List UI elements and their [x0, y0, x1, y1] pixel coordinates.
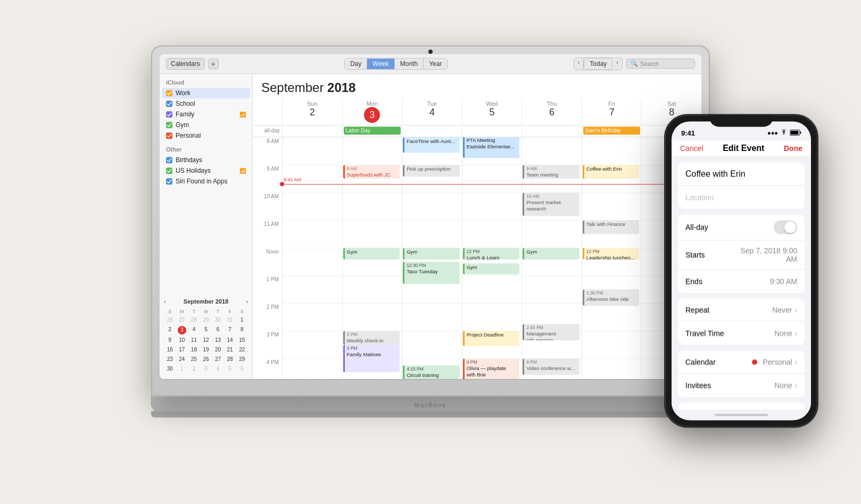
cell-sun-8[interactable] — [282, 137, 342, 165]
alert-row[interactable]: Alert None — [678, 402, 805, 409]
mini-day-7[interactable]: 7 — [224, 325, 236, 335]
travel-row[interactable]: Travel Time None — [678, 322, 805, 345]
holidays-checkbox[interactable] — [166, 167, 172, 174]
cell-mon-11[interactable] — [342, 220, 402, 248]
cell-tue-11[interactable] — [402, 220, 462, 248]
done-button[interactable]: Done — [784, 144, 802, 153]
event-13[interactable]: 9 AMTeam meeting — [523, 165, 579, 179]
mini-day-today[interactable]: 3 — [176, 325, 188, 335]
event-5[interactable]: 4:15 PMCircuit training — [403, 365, 460, 379]
mini-day-29[interactable]: 29 — [200, 315, 212, 325]
mini-day-17[interactable]: 17 — [176, 345, 188, 355]
allday-toggle[interactable] — [774, 220, 797, 234]
cancel-button[interactable]: Cancel — [680, 144, 703, 153]
allday-wed[interactable] — [462, 125, 522, 137]
birthdays-checkbox[interactable] — [166, 157, 172, 163]
sidebar-item-work[interactable]: Work — [162, 88, 250, 98]
mini-today[interactable]: 3 — [178, 326, 186, 334]
mini-day-6[interactable]: 6 — [212, 325, 224, 335]
cell-sun-noon[interactable] — [282, 248, 342, 275]
event-24[interactable]: 3 PMFamily Matinee — [343, 345, 400, 372]
event-title-input[interactable] — [685, 169, 797, 179]
cell-sun-1[interactable] — [282, 275, 342, 303]
tab-month[interactable]: Month — [395, 58, 424, 69]
mini-day-13[interactable]: 13 — [212, 335, 224, 345]
event-3[interactable]: Gym — [403, 248, 460, 259]
tab-day[interactable]: Day — [345, 58, 367, 69]
repeat-row[interactable]: Repeat Never — [678, 298, 805, 322]
event-9[interactable]: Gym — [463, 263, 520, 275]
event-18[interactable]: Coffee with Erin — [583, 165, 640, 179]
cell-fri-3[interactable] — [582, 331, 642, 358]
event-7[interactable]: 7:30 AMPTA MeetingEastside Elementar... — [463, 137, 520, 158]
school-checkbox[interactable] — [166, 100, 172, 107]
work-checkbox[interactable] — [166, 90, 172, 96]
mini-day-28[interactable]: 28 — [188, 315, 200, 325]
sidebar-item-birthdays[interactable]: Birthdays — [160, 155, 252, 165]
mini-day-9[interactable]: 9 — [164, 335, 176, 345]
mini-day-20[interactable]: 20 — [212, 345, 224, 355]
cell-tue-10[interactable] — [402, 192, 462, 220]
cell-wed-9[interactable] — [462, 165, 522, 192]
mini-day-30b[interactable]: 30 — [164, 364, 176, 374]
event-15[interactable]: Gym — [523, 248, 579, 259]
mini-day-3b[interactable]: 3 — [200, 364, 212, 374]
cell-sun-10[interactable] — [282, 192, 342, 220]
allday-mon[interactable]: Labor Day — [342, 125, 402, 137]
cell-fri-10[interactable] — [582, 192, 642, 220]
event-17[interactable]: 4 PMVideo conference w... — [523, 358, 579, 375]
mini-day-29b[interactable]: 29 — [236, 355, 248, 364]
mini-day-4[interactable]: 4 — [188, 325, 200, 335]
mini-day-18[interactable]: 18 — [188, 345, 200, 355]
cell-thu-8[interactable] — [521, 137, 582, 165]
event-21[interactable]: 1:30 PMAfternoon bike ride — [583, 289, 640, 306]
mini-day-2[interactable]: 2 — [164, 325, 176, 335]
cell-tue-3[interactable] — [402, 331, 462, 358]
event-11[interactable]: 4 PMOlivia — playdatewith Brie — [463, 358, 520, 379]
event-19[interactable]: Talk with Finance — [583, 220, 640, 234]
mini-day-25[interactable]: 25 — [188, 355, 200, 364]
mini-day-2b[interactable]: 2 — [188, 364, 200, 374]
mini-day-5b[interactable]: 5 — [224, 364, 236, 374]
cell-fri-2[interactable] — [582, 303, 642, 331]
allday-thu[interactable] — [521, 125, 582, 137]
allday-tue[interactable] — [402, 125, 462, 137]
time-grid-scroll[interactable]: 8 AM 9 AM — [253, 137, 701, 379]
event-0[interactable]: 9 AMSuperfoods with JC — [343, 165, 400, 179]
mini-day-1b[interactable]: 1 — [176, 364, 188, 374]
mini-day-26[interactable]: 26 — [164, 315, 176, 325]
add-calendar-button[interactable]: + — [208, 58, 219, 69]
event-16[interactable]: 2:45 PMManagementinfo session — [523, 324, 579, 340]
gym-checkbox[interactable] — [166, 122, 172, 128]
mini-day-31[interactable]: 31 — [224, 315, 236, 325]
personal-checkbox[interactable] — [166, 132, 172, 139]
mini-day-8[interactable]: 8 — [236, 325, 248, 335]
mini-day-12[interactable]: 12 — [200, 335, 212, 345]
tab-week[interactable]: Week — [367, 58, 394, 69]
mini-day-24[interactable]: 24 — [176, 355, 188, 364]
cell-fri-4[interactable] — [582, 358, 642, 379]
event-20[interactable]: 12 PMLeadership luncheo... — [583, 248, 640, 259]
event-25[interactable]: Gym — [343, 248, 400, 259]
cell-wed-11[interactable] — [462, 220, 522, 248]
calendars-button[interactable]: Calendars — [166, 58, 205, 70]
nav-prev-button[interactable]: ‹ — [574, 58, 584, 70]
mini-day-21[interactable]: 21 — [224, 345, 236, 355]
calendar-row[interactable]: Calendar Personal — [678, 350, 805, 374]
event-8[interactable]: 12 PMLunch & Learn — [463, 248, 520, 259]
mini-day-26b[interactable]: 26 — [200, 355, 212, 364]
allday-fri[interactable]: Sam's Birthday — [582, 125, 642, 137]
invitees-row[interactable]: Invitees None — [678, 374, 805, 397]
family-checkbox[interactable] — [166, 111, 172, 117]
cell-sun-4[interactable] — [282, 358, 342, 379]
allday-sun[interactable] — [282, 125, 342, 137]
sidebar-item-personal[interactable]: Personal — [160, 130, 252, 141]
mini-day-10[interactable]: 10 — [176, 335, 188, 345]
cell-thu-1[interactable] — [521, 275, 582, 303]
mini-cal-next[interactable]: › — [246, 298, 248, 305]
cell-mon-10[interactable] — [342, 192, 402, 220]
starts-row[interactable]: Starts Sep 7, 2018 9:00 AM — [678, 240, 805, 270]
cell-wed-1[interactable] — [462, 275, 522, 303]
mini-day-27[interactable]: 27 — [176, 315, 188, 325]
event-2[interactable]: Pick up prescription — [403, 165, 460, 177]
